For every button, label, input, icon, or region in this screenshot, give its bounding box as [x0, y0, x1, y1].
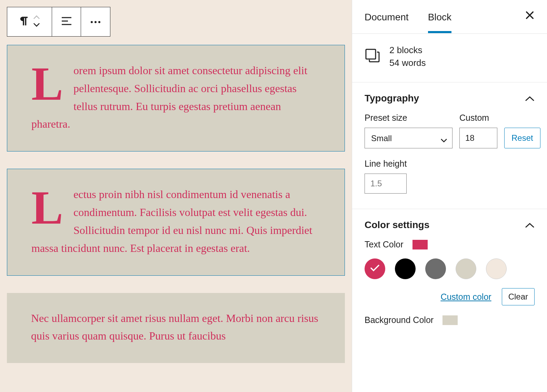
color-swatch[interactable]: [486, 258, 507, 279]
block-toolbar: [7, 7, 110, 37]
block-summary: 2 blocks 54 words: [352, 34, 547, 82]
reset-size-button[interactable]: Reset: [504, 128, 540, 148]
paragraph-block[interactable]: Nec ullamcorper sit amet risus nullam eg…: [7, 293, 345, 363]
chevron-updown-icon: [33, 14, 40, 29]
typography-panel: Typography Preset size Small Custom: [352, 82, 547, 209]
text-color-swatches: [365, 258, 535, 279]
check-icon: [370, 264, 380, 274]
clear-color-button[interactable]: Clear: [502, 288, 535, 305]
svg-point-4: [95, 21, 97, 23]
paragraph-text: Lectus proin nibh nisl condimentum id ve…: [31, 186, 320, 257]
tab-block[interactable]: Block: [428, 1, 451, 33]
editor-canvas: Lorem ipsum dolor sit amet consectetur a…: [0, 0, 352, 392]
background-color-indicator: [442, 315, 458, 325]
custom-size-input[interactable]: [459, 128, 497, 148]
svg-point-5: [98, 21, 100, 23]
panel-title: Typography: [365, 93, 419, 104]
sidebar-tabs: Document Block: [352, 0, 547, 34]
more-options-button[interactable]: [81, 7, 110, 36]
paragraph-icon: [19, 16, 29, 28]
paragraph-text: Lorem ipsum dolor sit amet consectetur a…: [31, 62, 320, 133]
color-settings-panel: Color settings Text Color Custom color C…: [352, 209, 547, 349]
more-icon: [90, 19, 101, 25]
color-swatch[interactable]: [395, 258, 416, 279]
close-sidebar-button[interactable]: [525, 10, 535, 22]
paragraph-block[interactable]: Lorem ipsum dolor sit amet consectetur a…: [7, 45, 345, 151]
color-swatch[interactable]: [365, 258, 385, 279]
word-count: 54 words: [389, 58, 426, 68]
svg-rect-6: [366, 49, 376, 59]
block-type-button[interactable]: [7, 7, 52, 36]
line-height-label: Line height: [365, 159, 535, 169]
chevron-up-icon: [525, 93, 535, 104]
chevron-up-icon: [525, 220, 535, 231]
custom-color-link[interactable]: Custom color: [440, 292, 491, 302]
color-swatch[interactable]: [456, 258, 476, 279]
line-height-input[interactable]: [365, 174, 407, 194]
color-settings-toggle[interactable]: Color settings: [365, 219, 535, 231]
text-color-indicator: [412, 240, 428, 249]
settings-sidebar: Document Block 2 blocks 54 words Typogra…: [352, 0, 547, 392]
paragraph-text: Nec ullamcorper sit amet risus nullam eg…: [31, 310, 321, 345]
align-left-icon: [61, 16, 72, 27]
background-color-label: Background Color: [365, 315, 434, 325]
block-count: 2 blocks: [389, 45, 426, 56]
align-button[interactable]: [52, 7, 81, 36]
color-swatch[interactable]: [425, 258, 446, 279]
text-color-label: Text Color: [365, 239, 404, 249]
preset-size-label: Preset size: [365, 113, 452, 123]
typography-toggle[interactable]: Typography: [365, 93, 535, 104]
preset-size-select[interactable]: Small: [365, 128, 452, 148]
panel-title: Color settings: [365, 219, 429, 231]
custom-size-label: Custom: [459, 113, 497, 123]
svg-point-3: [91, 21, 93, 23]
stack-icon: [365, 48, 380, 66]
tab-document[interactable]: Document: [365, 1, 409, 33]
close-icon: [525, 12, 535, 22]
paragraph-block[interactable]: Lectus proin nibh nisl condimentum id ve…: [7, 169, 345, 275]
